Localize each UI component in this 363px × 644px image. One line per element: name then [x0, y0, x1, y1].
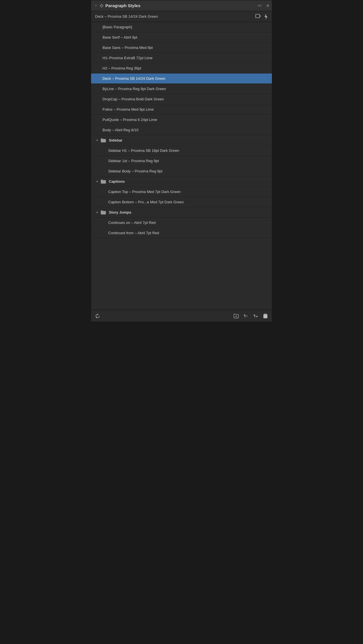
paragraph-styles-panel: × Paragraph Styles << ≡ Deck – Proxima S… — [91, 0, 272, 322]
svg-rect-1 — [256, 14, 260, 18]
title-bar: × Paragraph Styles << ≡ — [91, 0, 272, 11]
svg-marker-12 — [257, 316, 258, 317]
svg-marker-4 — [265, 14, 267, 19]
active-style-name: Deck – Proxima SB 14/24 Dark Green — [95, 14, 158, 19]
story-jumps-group-label: Story Jumps — [109, 210, 131, 214]
style-item-base-sans[interactable]: Base Sans – Proxima Med 9pt — [91, 43, 272, 53]
panel-title: Paragraph Styles — [105, 3, 141, 8]
style-item-h2-proxima[interactable]: H2 – Proxima Reg 36pt — [91, 63, 272, 73]
chevron-down-icon: ▾ — [95, 139, 99, 142]
group-captions[interactable]: ▾ Captions — [91, 176, 272, 187]
style-item-continued-from[interactable]: Continued from – Abril 7pt Red — [91, 228, 272, 238]
svg-text:¶: ¶ — [244, 314, 246, 318]
folder-icon — [101, 138, 106, 142]
style-item-caption-top[interactable]: Caption Top – Proxima Med 7pt Dark Green — [91, 187, 272, 197]
delete-style-button[interactable] — [263, 313, 268, 319]
svg-text:×: × — [246, 314, 248, 317]
close-button[interactable]: × — [94, 4, 98, 8]
title-bar-right: << ≡ — [257, 3, 269, 8]
style-item-body-abril[interactable]: Body – Abril Reg 8/10 — [91, 125, 272, 135]
svg-text:¶: ¶ — [254, 314, 256, 318]
collapse-button[interactable]: << — [257, 3, 262, 8]
svg-marker-0 — [100, 4, 103, 7]
style-item-folios[interactable]: Folios – Proxima Med 9pt Lime — [91, 104, 272, 115]
style-item-sidebar-1st[interactable]: Sidebar 1st – Proxima Reg 9pt — [91, 156, 272, 166]
sync-button[interactable] — [95, 313, 100, 319]
folder-icon — [101, 180, 106, 184]
style-item-basic-paragraph[interactable]: [Basic Paragraph] — [91, 22, 272, 32]
style-item-sidebar-h1[interactable]: Sidebar H1 – Proxima SB 18pt Dark Green — [91, 146, 272, 156]
lightning-button[interactable] — [264, 14, 268, 19]
style-item-deck-proxima[interactable]: Deck – Proxima SB 14/24 Dark Green — [91, 73, 272, 84]
new-folder-button[interactable] — [234, 313, 239, 319]
style-list: [Basic Paragraph] Base Serif – Abril 9pt… — [91, 22, 272, 310]
folder-icon — [101, 210, 106, 214]
style-item-base-serif[interactable]: Base Serif – Abril 9pt — [91, 32, 272, 43]
toolbar-right: ¶ × ¶ — [234, 313, 268, 319]
style-item-caption-bottom[interactable]: Caption Bottom – Pro...a Med 7pt Dark Gr… — [91, 197, 272, 207]
active-style-bar: Deck – Proxima SB 14/24 Dark Green — [91, 11, 272, 22]
style-item-continues-on[interactable]: Continues on – Abril 7pt Red — [91, 218, 272, 228]
style-item-dropcap[interactable]: DropCap – Proxima Bold Dark Green — [91, 94, 272, 104]
style-item-sidebar-body[interactable]: Sidebar Body – Proxima Reg 9pt — [91, 166, 272, 176]
captions-group-label: Captions — [109, 179, 125, 184]
group-story-jumps[interactable]: ▾ Story Jumps — [91, 207, 272, 218]
bottom-toolbar: ¶ × ¶ — [91, 310, 272, 322]
active-style-actions — [255, 14, 268, 19]
chevron-down-icon: ▾ — [95, 211, 99, 214]
panel-menu-button[interactable]: ≡ — [267, 3, 269, 8]
style-item-h1-proxima[interactable]: H1–Proxima ExtraB 72pt Lime — [91, 53, 272, 63]
title-bar-left: × Paragraph Styles — [94, 3, 141, 8]
apply-style-button[interactable]: ¶ — [253, 313, 258, 319]
toolbar-left — [95, 313, 100, 319]
new-style-button[interactable] — [255, 14, 261, 19]
group-sidebar[interactable]: ▾ Sidebar — [91, 135, 272, 146]
sidebar-group-label: Sidebar — [109, 138, 123, 142]
style-item-byline[interactable]: ByLine – Proxima Reg 9pt Dark Green — [91, 84, 272, 94]
diamond-icon — [100, 4, 104, 8]
svg-marker-5 — [98, 314, 98, 315]
style-item-pullquote[interactable]: PullQuote – Proxima It 24pt Lime — [91, 115, 272, 125]
clear-overrides-button[interactable]: ¶ × — [243, 313, 248, 319]
chevron-down-icon: ▾ — [95, 180, 99, 183]
